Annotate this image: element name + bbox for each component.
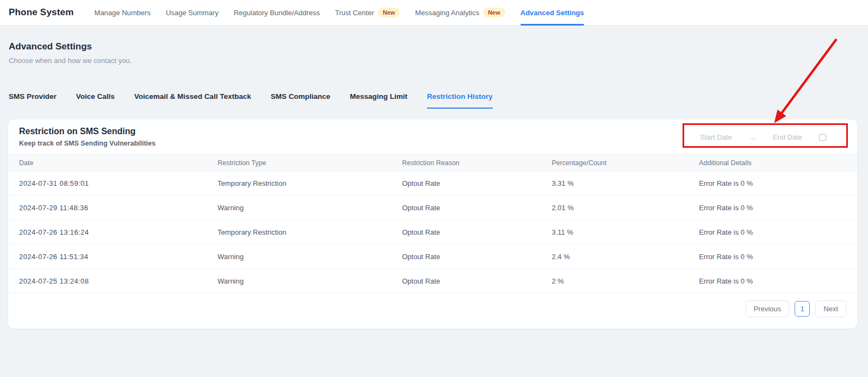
settings-tabs: SMS Provider Voice Calls Voicemail & Mis… — [9, 92, 493, 109]
tab-restriction-history[interactable]: Restriction History — [427, 92, 493, 109]
page-title: Advanced Settings — [9, 41, 132, 52]
cell-date: 2024-07-26 13:16:24 — [19, 228, 218, 236]
new-badge: New — [483, 8, 505, 17]
pagination: Previous 1 Next — [8, 293, 857, 317]
cell-percentage: 3.31 % — [552, 179, 699, 187]
tab-sms-provider[interactable]: SMS Provider — [9, 92, 57, 109]
column-header-percentage-count: Percentage/Count — [552, 159, 699, 167]
cell-additional-details: Error Rate is 0 % — [699, 228, 846, 236]
table-row: 2024-07-26 11:51:34 Warning Optout Rate … — [8, 244, 857, 269]
tab-voicemail-missed-call-textback[interactable]: Voicemail & Missed Call Textback — [134, 92, 251, 109]
calendar-icon[interactable] — [819, 133, 827, 141]
cell-additional-details: Error Rate is 0 % — [699, 179, 846, 187]
nav-item-trust-center[interactable]: Trust Center New — [335, 0, 400, 26]
new-badge: New — [378, 8, 400, 17]
table-row: 2024-07-29 11:48:36 Warning Optout Rate … — [8, 196, 857, 220]
nav-item-label: Advanced Settings — [520, 9, 584, 17]
date-range-picker[interactable]: Start Date → End Date — [700, 133, 827, 142]
nav-item-label: Usage Summary — [166, 9, 219, 17]
table-row: 2024-07-31 08:59:01 Temporary Restrictio… — [8, 171, 857, 196]
arrow-right-icon: → — [748, 133, 757, 142]
table-row: 2024-07-26 13:16:24 Temporary Restrictio… — [8, 220, 857, 244]
cell-restriction-type: Warning — [218, 253, 402, 261]
cell-restriction-reason: Optout Rate — [402, 204, 551, 212]
cell-percentage: 2.4 % — [552, 253, 699, 261]
tab-sms-compliance[interactable]: SMS Compliance — [271, 92, 331, 109]
start-date-input[interactable]: Start Date — [700, 133, 732, 141]
cell-date: 2024-07-29 11:48:36 — [19, 204, 218, 212]
nav-item-advanced-settings[interactable]: Advanced Settings — [520, 0, 584, 26]
top-navigation: Phone System Manage Numbers Usage Summar… — [0, 0, 868, 26]
cell-restriction-type: Temporary Restriction — [218, 228, 402, 236]
nav-item-usage-summary[interactable]: Usage Summary — [166, 0, 219, 26]
header-divider — [0, 75, 868, 76]
column-header-restriction-reason: Restriction Reason — [402, 159, 551, 167]
nav-item-label: Trust Center — [335, 9, 374, 17]
cell-percentage: 2.01 % — [552, 204, 699, 212]
end-date-input[interactable]: End Date — [773, 133, 802, 141]
column-header-restriction-type: Restriction Type — [218, 159, 402, 167]
page-subtitle: Choose when and how we contact you. — [9, 56, 132, 65]
nav-item-label: Messaging Analytics — [415, 9, 479, 17]
tab-voice-calls[interactable]: Voice Calls — [76, 92, 115, 109]
nav-item-label: Manage Numbers — [95, 9, 151, 17]
cell-restriction-reason: Optout Rate — [402, 277, 551, 285]
cell-restriction-type: Temporary Restriction — [218, 179, 402, 187]
cell-additional-details: Error Rate is 0 % — [699, 253, 846, 261]
nav-item-regulatory-bundle-address[interactable]: Regulatory Bundle/Address — [234, 0, 320, 26]
table-row: 2024-07-25 13:24:08 Warning Optout Rate … — [8, 269, 857, 293]
cell-date: 2024-07-26 11:51:34 — [19, 253, 218, 261]
restriction-history-panel: Restriction on SMS Sending Keep track of… — [8, 120, 857, 329]
cell-percentage: 3.11 % — [552, 228, 699, 236]
nav-item-manage-numbers[interactable]: Manage Numbers — [95, 0, 151, 26]
cell-restriction-reason: Optout Rate — [402, 179, 551, 187]
current-page-button[interactable]: 1 — [795, 301, 810, 317]
previous-page-button[interactable]: Previous — [746, 300, 790, 317]
nav-item-messaging-analytics[interactable]: Messaging Analytics New — [415, 0, 505, 26]
cell-date: 2024-07-25 13:24:08 — [19, 277, 218, 285]
nav-item-label: Regulatory Bundle/Address — [234, 9, 320, 17]
cell-percentage: 2 % — [552, 277, 699, 285]
page-header: Advanced Settings Choose when and how we… — [9, 41, 132, 65]
next-page-button[interactable]: Next — [815, 300, 846, 317]
cell-restriction-type: Warning — [218, 204, 402, 212]
tab-messaging-limit[interactable]: Messaging Limit — [350, 92, 407, 109]
panel-header: Restriction on SMS Sending Keep track of… — [8, 120, 857, 154]
column-header-date: Date — [19, 159, 218, 167]
cell-additional-details: Error Rate is 0 % — [699, 277, 846, 285]
cell-restriction-reason: Optout Rate — [402, 253, 551, 261]
panel-header-text: Restriction on SMS Sending Keep track of… — [19, 127, 156, 147]
cell-date: 2024-07-31 08:59:01 — [19, 179, 218, 187]
annotation-arrow — [761, 32, 843, 129]
column-header-additional-details: Additional Details — [699, 159, 846, 167]
panel-subtitle: Keep track of SMS Sending Vulnerabilitie… — [19, 140, 156, 147]
app-title: Phone System — [9, 7, 74, 18]
table-header-row: Date Restriction Type Restriction Reason… — [8, 154, 857, 171]
cell-restriction-reason: Optout Rate — [402, 228, 551, 236]
cell-additional-details: Error Rate is 0 % — [699, 204, 846, 212]
panel-title: Restriction on SMS Sending — [19, 127, 156, 136]
cell-restriction-type: Warning — [218, 277, 402, 285]
